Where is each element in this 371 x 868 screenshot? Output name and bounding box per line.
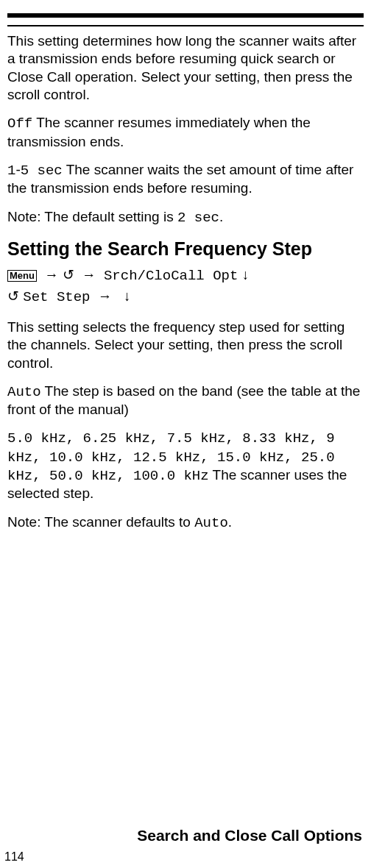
- note2-code: Auto: [194, 515, 228, 531]
- off-paragraph: Off The scanner resumes immediately when…: [7, 114, 364, 151]
- range-code-2: 5 sec: [21, 163, 63, 179]
- off-code: Off: [7, 115, 32, 132]
- scroll-icon: ↺: [63, 267, 74, 282]
- note1-prefix: Note: The default setting is: [7, 209, 177, 224]
- range-code-1: 1: [7, 163, 15, 179]
- arrow-right-icon: →: [98, 288, 112, 304]
- menu-button-icon: Menu: [7, 270, 37, 282]
- note1-code: 2 sec: [177, 210, 219, 226]
- step-intro-paragraph: This setting selects the frequency step …: [7, 319, 364, 372]
- menu-navigation: Menu → ↺ → Srch/CloCall Opt ↓ ↺ Set Step…: [7, 265, 364, 308]
- down-arrow-icon: ↓: [124, 288, 131, 304]
- page-number: 114: [4, 850, 24, 864]
- note-1: Note: The default setting is 2 sec.: [7, 208, 364, 227]
- nav-option-1: Srch/CloCall Opt: [104, 268, 238, 284]
- auto-code: Auto: [7, 384, 41, 400]
- section-heading: Setting the Search Frequency Step: [7, 237, 364, 260]
- auto-paragraph: Auto The step is based on the band (see …: [7, 383, 364, 419]
- note1-suffix: .: [219, 209, 223, 224]
- arrow-right-icon: →: [82, 267, 96, 282]
- top-rule-thick: [7, 13, 364, 18]
- auto-text: The step is based on the band (see the t…: [7, 383, 360, 417]
- note2-suffix: .: [228, 514, 232, 530]
- body-content: This setting determines how long the sca…: [7, 32, 364, 532]
- footer-title: Search and Close Call Options: [137, 827, 362, 844]
- note-2: Note: The scanner defaults to Auto.: [7, 513, 364, 532]
- note2-prefix: Note: The scanner defaults to: [7, 514, 194, 530]
- off-text: The scanner resumes immediately when the…: [7, 115, 311, 149]
- top-rule-thin: [7, 25, 364, 26]
- intro-paragraph: This setting determines how long the sca…: [7, 32, 364, 104]
- range-paragraph: 1-5 sec The scanner waits the set amount…: [7, 161, 364, 198]
- freq-paragraph: 5.0 kHz, 6.25 kHz, 7.5 kHz, 8.33 kHz, 9 …: [7, 429, 364, 502]
- nav-option-2: Set Step: [23, 289, 90, 305]
- page: This setting determines how long the sca…: [0, 0, 371, 868]
- scroll-icon: ↺: [7, 288, 19, 304]
- down-arrow-icon: ↓: [242, 267, 250, 282]
- arrow-right-icon: →: [45, 267, 59, 282]
